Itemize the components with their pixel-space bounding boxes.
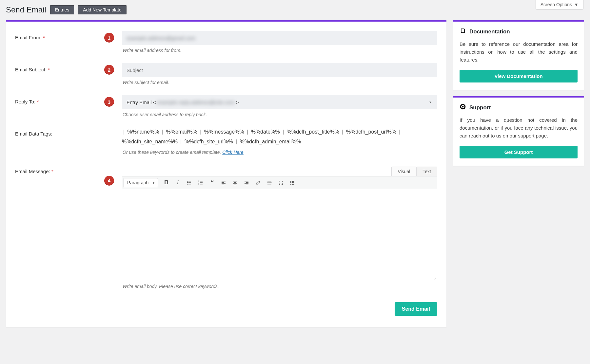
chevron-down-icon [428, 100, 433, 104]
send-email-form-panel: Email From: * 1 example.address@gmail.co… [6, 20, 446, 327]
svg-rect-24 [267, 181, 271, 182]
email-subject-input[interactable] [122, 63, 437, 77]
bold-button[interactable]: B [161, 178, 172, 188]
step-badge-2: 2 [104, 65, 114, 75]
step-badge-4: 4 [104, 176, 114, 186]
email-from-label: Email From: * [15, 31, 91, 58]
bullet-list-button[interactable] [184, 178, 195, 188]
svg-rect-9 [200, 181, 203, 182]
svg-rect-32 [293, 182, 294, 183]
insert-more-button[interactable] [264, 178, 275, 188]
svg-rect-33 [290, 184, 291, 185]
screen-options-toggle[interactable]: Screen Options ▼ [536, 0, 583, 9]
svg-point-0 [187, 181, 188, 181]
svg-rect-16 [233, 181, 237, 182]
email-subject-label: Email Subject: * [15, 63, 91, 90]
svg-rect-14 [222, 183, 226, 184]
chevron-down-icon: ▼ [574, 2, 579, 7]
svg-rect-23 [246, 185, 249, 185]
data-tags-help-link[interactable]: Click Here [222, 150, 244, 155]
get-support-button[interactable]: Get Support [460, 146, 578, 158]
svg-text:3: 3 [199, 183, 200, 185]
email-message-help: Write email body. Please use correct key… [123, 284, 437, 289]
data-tags-help: Or use these keywords to create email te… [123, 150, 437, 155]
page-title: Send Email [6, 5, 46, 14]
svg-rect-27 [290, 181, 291, 182]
svg-rect-22 [245, 183, 248, 184]
send-email-button[interactable]: Send Email [395, 302, 437, 316]
align-center-button[interactable] [229, 178, 241, 188]
email-from-input[interactable]: example.address@gmail.com [122, 31, 437, 45]
blockquote-button[interactable]: “ [206, 178, 218, 188]
svg-rect-13 [222, 182, 224, 183]
email-from-help: Write email address for from. [123, 48, 437, 53]
entries-button[interactable]: Entries [50, 5, 74, 14]
align-right-button[interactable] [241, 178, 252, 188]
book-icon [460, 27, 466, 36]
fullscreen-button[interactable] [275, 178, 286, 188]
step-badge-1: 1 [104, 33, 114, 43]
svg-point-2 [187, 184, 188, 184]
number-list-button[interactable]: 123 [195, 178, 206, 188]
lifebuoy-icon [460, 103, 466, 112]
svg-rect-18 [233, 183, 237, 184]
data-tags-list: | %%name%% | %%email%% | %%message%% | %… [122, 127, 437, 147]
reply-to-label: Reply To: * [15, 95, 91, 122]
svg-rect-17 [234, 182, 237, 183]
documentation-text: Be sure to reference our documentation a… [460, 40, 578, 64]
svg-rect-4 [188, 182, 191, 183]
editor-tab-text[interactable]: Text [416, 167, 437, 176]
view-documentation-button[interactable]: View Documentation [460, 70, 578, 82]
svg-rect-3 [188, 181, 191, 182]
data-tags-label: Email Data Tags: [15, 127, 91, 159]
italic-button[interactable]: I [172, 178, 183, 188]
add-template-button[interactable]: Add New Template [78, 5, 126, 14]
svg-rect-31 [292, 182, 293, 183]
editor-tab-visual[interactable]: Visual [391, 167, 416, 176]
resize-handle-icon[interactable] [432, 276, 437, 281]
svg-rect-34 [292, 184, 293, 185]
email-message-editor[interactable] [122, 189, 437, 281]
svg-rect-29 [293, 181, 294, 182]
documentation-box: Documentation Be sure to reference our d… [453, 20, 584, 90]
align-left-button[interactable] [218, 178, 229, 188]
support-text: If you have a question not covered in th… [460, 116, 578, 140]
svg-rect-12 [222, 181, 226, 182]
reply-to-help: Choose user email address to reply back. [123, 112, 437, 117]
svg-rect-15 [222, 185, 224, 185]
toolbar-toggle-button[interactable] [287, 178, 298, 188]
editor-toolbar: Paragraph B I 123 “ [122, 176, 437, 189]
email-message-label: Email Message: * [15, 165, 91, 294]
reply-to-select[interactable]: Entry Email < example.reply.address@site… [122, 95, 437, 109]
svg-rect-20 [245, 181, 248, 182]
svg-rect-26 [267, 184, 271, 185]
link-button[interactable] [252, 178, 264, 188]
svg-rect-30 [290, 182, 291, 183]
format-select[interactable]: Paragraph [124, 178, 158, 187]
svg-rect-35 [293, 184, 294, 185]
svg-rect-5 [188, 184, 191, 185]
svg-rect-11 [200, 184, 203, 185]
svg-rect-10 [200, 182, 203, 183]
step-badge-3: 3 [104, 97, 114, 107]
svg-point-1 [187, 182, 188, 183]
svg-rect-28 [292, 181, 293, 182]
svg-rect-19 [234, 185, 237, 185]
svg-rect-25 [267, 182, 271, 183]
support-box: Support If you have a question not cover… [453, 96, 584, 166]
email-subject-help: Write subject for email. [123, 80, 437, 85]
svg-rect-21 [246, 182, 249, 183]
